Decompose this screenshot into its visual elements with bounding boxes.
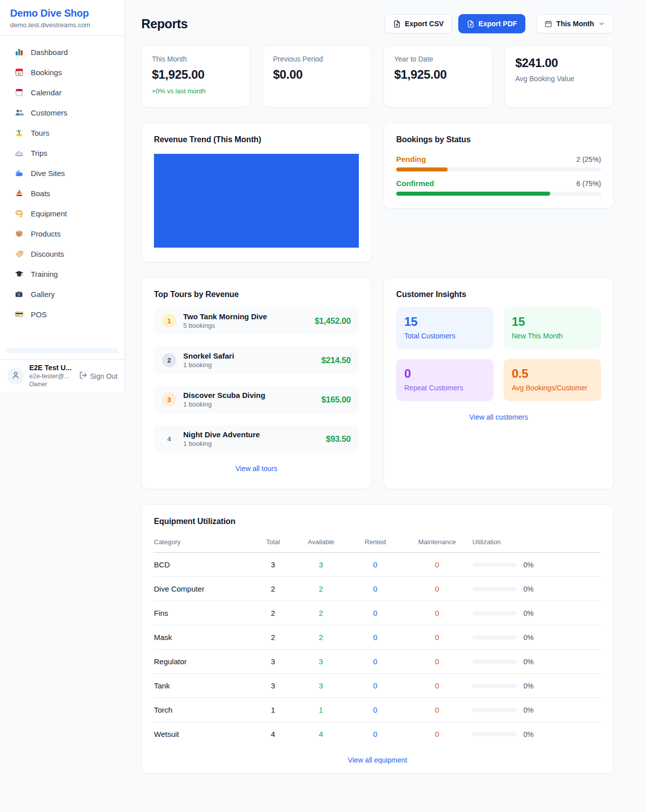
sidebar-item-label: Trips bbox=[31, 149, 47, 157]
insight-label: Total Customers bbox=[404, 332, 486, 340]
status-row-confirmed: Confirmed6 (75%) bbox=[396, 179, 601, 196]
sign-out-button[interactable]: Sign Out bbox=[79, 371, 118, 381]
sidebar-item-label: Products bbox=[31, 229, 61, 238]
utilization-bar bbox=[472, 708, 517, 712]
sidebar-item-label: Customers bbox=[31, 108, 68, 117]
sidebar-item-customers[interactable]: Customers bbox=[6, 102, 119, 123]
utilization-percent: 0% bbox=[523, 633, 533, 642]
utilization-bar bbox=[472, 732, 517, 736]
dive-mask-icon bbox=[14, 208, 24, 218]
sign-out-label: Sign Out bbox=[90, 372, 118, 380]
sidebar-item-label: Calendar bbox=[31, 88, 62, 97]
cell-utilization: 0% bbox=[472, 601, 601, 625]
export-csv-button[interactable]: Export CSV bbox=[385, 14, 452, 33]
customer-insights-title: Customer Insights bbox=[396, 290, 601, 299]
cell-category: Tank bbox=[154, 674, 253, 698]
sidebar-item-label: Training bbox=[31, 270, 58, 278]
stats-grid: This Month$1,925.00+0% vs last monthPrev… bbox=[141, 45, 614, 107]
cell-category: BCD bbox=[154, 553, 253, 577]
sidebar-item-bookings[interactable]: 17Bookings bbox=[6, 62, 119, 82]
sidebar-item-gallery[interactable]: Gallery bbox=[6, 284, 119, 304]
column-header: Total bbox=[253, 533, 293, 553]
calendar-date-icon: 17 bbox=[14, 67, 24, 77]
sidebar-item-dashboard[interactable]: Dashboard bbox=[6, 42, 119, 62]
utilization-percent: 0% bbox=[523, 609, 533, 617]
island-icon bbox=[14, 128, 24, 138]
stat-card-this-month: This Month$1,925.00+0% vs last month bbox=[141, 45, 250, 107]
sidebar-item-dive-sites[interactable]: Dive Sites bbox=[6, 163, 119, 183]
view-all-tours-link[interactable]: View all tours bbox=[154, 465, 359, 473]
cell-rented: 0 bbox=[349, 601, 402, 625]
tour-name: Discover Scuba Diving bbox=[183, 391, 265, 399]
people-icon bbox=[14, 107, 24, 118]
sidebar-item-boats[interactable]: Boats bbox=[6, 183, 119, 203]
view-all-customers-link[interactable]: View all customers bbox=[396, 413, 601, 421]
sidebar-nav: Dashboard17BookingsCalendarCustomersTour… bbox=[0, 36, 125, 359]
cell-available: 3 bbox=[293, 674, 349, 698]
utilization-percent: 0% bbox=[523, 561, 533, 569]
export-pdf-button[interactable]: Export PDF bbox=[458, 14, 525, 33]
sidebar-item-training[interactable]: Training bbox=[6, 264, 119, 284]
sidebar-item-tours[interactable]: Tours bbox=[6, 123, 119, 143]
page-header: Reports Export CSV Export PDF bbox=[141, 14, 614, 33]
stat-value: $1,925.00 bbox=[394, 68, 482, 82]
cell-total: 3 bbox=[253, 553, 293, 577]
view-all-equipment-link[interactable]: View all equipment bbox=[154, 756, 601, 764]
calendar-icon bbox=[545, 20, 552, 28]
file-export-icon bbox=[467, 20, 474, 28]
cell-maintenance: 0 bbox=[402, 722, 472, 746]
status-count: 2 (25%) bbox=[576, 155, 601, 163]
status-bar-fill bbox=[396, 192, 550, 196]
charts-row: Revenue Trend (This Month) Bookings by S… bbox=[141, 123, 614, 262]
sidebar-item-calendar[interactable]: Calendar bbox=[6, 82, 119, 102]
cell-rented: 0 bbox=[349, 722, 402, 746]
credit-card-icon bbox=[14, 309, 24, 319]
column-header: Utilization bbox=[472, 533, 601, 553]
cell-rented: 0 bbox=[349, 698, 402, 722]
stat-card-avg-booking: $241.00Avg Booking Value bbox=[505, 45, 614, 107]
user-footer: E2E Test U... e2e-tester@... Owner Sign … bbox=[0, 359, 125, 392]
cell-available: 2 bbox=[293, 625, 349, 650]
table-row: BCD33000% bbox=[154, 553, 601, 577]
cell-category: Fins bbox=[154, 601, 253, 625]
insight-tile-purple: 0Repeat Customers bbox=[396, 359, 494, 401]
main-content: Reports Export CSV Export PDF bbox=[125, 0, 646, 812]
period-dropdown[interactable]: This Month bbox=[536, 14, 614, 33]
file-export-icon bbox=[393, 20, 401, 28]
cell-maintenance: 0 bbox=[402, 625, 472, 650]
tour-list-item: 1Two Tank Morning Dive5 bookings$1,452.0… bbox=[154, 307, 359, 334]
table-row: Fins22000% bbox=[154, 601, 601, 625]
sidebar-item-trips[interactable]: Trips bbox=[6, 143, 119, 163]
tear-off-calendar-icon bbox=[14, 87, 24, 97]
table-row: Tank33000% bbox=[154, 674, 601, 698]
status-row-pending: Pending2 (25%) bbox=[396, 155, 601, 171]
tour-bookings: 1 booking bbox=[183, 361, 234, 369]
table-row: Mask22000% bbox=[154, 625, 601, 650]
export-csv-label: Export CSV bbox=[405, 20, 444, 28]
logout-icon bbox=[79, 371, 87, 381]
sidebar-item-pos[interactable]: POS bbox=[6, 304, 119, 324]
tour-revenue: $1,452.00 bbox=[314, 316, 351, 326]
user-role: Owner bbox=[29, 381, 74, 388]
insights-grid: 15Total Customers15New This Month0Repeat… bbox=[396, 307, 601, 401]
cell-utilization: 0% bbox=[472, 577, 601, 601]
cell-available: 4 bbox=[293, 722, 349, 746]
sidebar-item-reports-partial[interactable] bbox=[6, 348, 119, 353]
revenue-trend-card: Revenue Trend (This Month) bbox=[141, 123, 371, 262]
speedboat-icon bbox=[14, 148, 24, 158]
tour-bookings: 1 booking bbox=[183, 400, 265, 408]
cell-rented: 0 bbox=[349, 650, 402, 674]
sidebar-item-equipment[interactable]: Equipment bbox=[6, 203, 119, 223]
tour-list-item: 2Snorkel Safari1 booking$214.50 bbox=[154, 346, 359, 374]
cell-total: 3 bbox=[253, 650, 293, 674]
status-bar-fill bbox=[396, 167, 448, 171]
insight-label: Repeat Customers bbox=[404, 384, 486, 392]
insight-value: 15 bbox=[512, 315, 593, 329]
status-label: Pending bbox=[396, 155, 426, 163]
utilization-percent: 0% bbox=[523, 730, 533, 738]
equipment-utilization-title: Equipment Utilization bbox=[154, 517, 601, 526]
sidebar-item-products[interactable]: Products bbox=[6, 223, 119, 244]
sidebar-item-discounts[interactable]: Discounts bbox=[6, 244, 119, 264]
cell-available: 1 bbox=[293, 698, 349, 722]
user-info: E2E Test U... e2e-tester@... Owner bbox=[29, 364, 74, 388]
